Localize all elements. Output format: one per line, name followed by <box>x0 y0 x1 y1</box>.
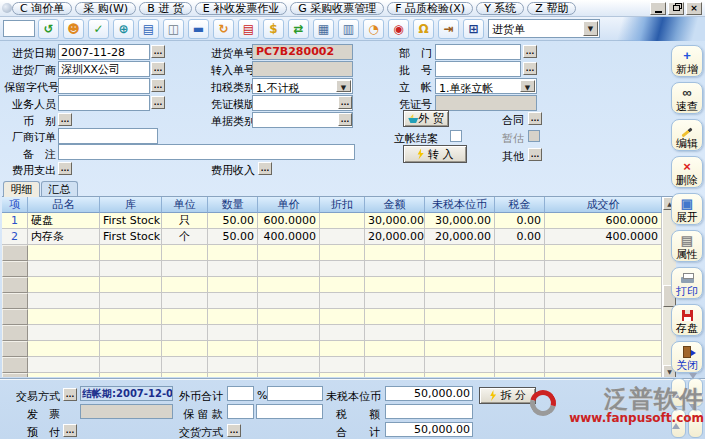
vendor-order-label: 厂商订单 <box>4 130 56 145</box>
batch-no-browse-button[interactable]: … <box>523 62 537 75</box>
remark-input[interactable] <box>58 144 355 160</box>
voucher-template-browse-button[interactable]: … <box>338 96 352 109</box>
currency-browse-button[interactable]: … <box>58 113 72 126</box>
reserved-code-browse-button[interactable]: … <box>151 79 165 92</box>
col-header-stock[interactable]: 库 <box>100 197 162 213</box>
purchase-date-label: 进货日期 <box>4 46 56 61</box>
monitor-button[interactable]: ▬ <box>188 19 209 39</box>
contract-label: 合同 <box>496 113 524 128</box>
close-button[interactable]: × <box>686 2 702 15</box>
refresh-button[interactable]: ↺ <box>38 19 59 39</box>
globe-edit-button[interactable]: ⊕ <box>113 19 134 39</box>
other-browse-button[interactable]: … <box>528 148 542 161</box>
menu-tab-help[interactable]: Z 帮助 <box>527 2 576 15</box>
col-header-name[interactable]: 品名 <box>28 197 100 213</box>
book-button[interactable]: ◫ <box>163 19 184 39</box>
sync-button[interactable]: ↻ <box>213 19 234 39</box>
dropdown-arrow-icon[interactable]: ▼ <box>583 21 598 36</box>
transfer-in-button[interactable]: 转 入 <box>403 145 467 163</box>
menu-tab-invoice-supplement[interactable]: E 补收发票作业 <box>195 2 287 15</box>
trade-method-browse-button[interactable]: … <box>63 388 77 401</box>
foreign-rate-input[interactable] <box>227 386 254 401</box>
id-card-button[interactable]: ▤ <box>138 19 159 39</box>
menu-tab-inquiry[interactable]: C 询价单 <box>12 2 72 15</box>
properties-button[interactable]: ▤ 属性 <box>671 230 703 262</box>
transfer-button[interactable]: ⇄ <box>288 19 309 39</box>
contract-browse-button[interactable]: … <box>528 112 542 125</box>
delivery-browse-button[interactable]: … <box>227 424 241 437</box>
pie-refresh-button[interactable]: ◔ <box>363 19 384 39</box>
expand-button[interactable]: ▣ 展开 <box>671 193 703 225</box>
print-doc-button[interactable]: ▤ <box>238 19 259 39</box>
table-row[interactable]: 1硬盘 First Stock只 50.00600.0000 30,000.00… <box>2 213 662 229</box>
dropdown-arrow-icon[interactable]: ▼ <box>520 80 535 92</box>
expense-in-browse-button[interactable]: … <box>258 162 272 175</box>
doc-category-browse-button[interactable]: … <box>338 113 352 126</box>
department-browse-button[interactable]: … <box>523 45 537 58</box>
foreign-total-input[interactable] <box>267 386 323 401</box>
col-header-untaxed[interactable]: 未税本位币 <box>425 197 495 213</box>
dropdown-arrow-icon[interactable]: ▼ <box>336 80 351 92</box>
quick-code-input[interactable] <box>3 20 35 37</box>
globe-edit-icon: ⊕ <box>116 20 131 38</box>
tax-type-dropdown[interactable]: 1.不计税 ▼ <box>252 78 353 94</box>
col-header-no[interactable]: 项 <box>2 197 28 213</box>
prepay-browse-button[interactable]: … <box>63 424 77 437</box>
col-header-qty[interactable]: 数量 <box>208 197 258 213</box>
col-header-price[interactable]: 单价 <box>258 197 320 213</box>
salesperson-input[interactable] <box>58 95 150 111</box>
vendor-order-input[interactable] <box>58 128 158 144</box>
save-button[interactable]: 存盘 <box>671 304 703 336</box>
retention-amount-input[interactable] <box>256 404 323 419</box>
chart-button[interactable]: ◉ <box>388 19 409 39</box>
col-header-unit[interactable]: 单位 <box>162 197 208 213</box>
minimize-button[interactable] <box>650 2 666 15</box>
foreign-trade-button[interactable]: 外 贸 <box>403 110 449 127</box>
menu-tab-purchase[interactable]: 采 购(W) <box>75 2 136 15</box>
supplier-input[interactable] <box>58 61 150 77</box>
menu-tab-receiving[interactable]: B 进 货 <box>139 2 192 15</box>
col-header-discount[interactable]: 折扣 <box>320 197 365 213</box>
purchase-date-input[interactable] <box>58 44 150 60</box>
reserved-code-input[interactable] <box>58 78 150 94</box>
table-row[interactable]: 2内存条 First Stock个 50.00400.0000 20,000.0… <box>2 229 662 245</box>
voucher-template-label: 凭证模版 <box>205 97 255 112</box>
doc-type-dropdown[interactable]: 进货单 ▼ <box>488 19 600 38</box>
menu-tab-invoice-mgmt[interactable]: G 采购收票管理 <box>290 2 384 15</box>
menu-tab-quality[interactable]: F 品质检验(X) <box>387 2 473 15</box>
expense-out-browse-button[interactable]: … <box>58 162 72 175</box>
window-button[interactable]: ⊞ <box>463 19 484 39</box>
menu-tab-system[interactable]: Y 系统 <box>476 2 524 15</box>
restore-button[interactable] <box>668 2 684 15</box>
grand-total-label: 合 计 <box>326 425 380 439</box>
salesperson-browse-button[interactable]: … <box>151 96 165 109</box>
delete-button[interactable]: × 删除 <box>671 156 703 188</box>
close-window-button[interactable]: 关闭 <box>671 341 703 373</box>
batch-no-input[interactable] <box>435 61 521 77</box>
alert-button[interactable]: Ω <box>413 19 434 39</box>
supplier-browse-button[interactable]: … <box>151 62 165 75</box>
user-button[interactable]: ☻ <box>63 19 84 39</box>
col-header-amount[interactable]: 金额 <box>365 197 425 213</box>
tab-detail[interactable]: 明细 <box>3 181 40 197</box>
col-header-tax[interactable]: 税金 <box>495 197 545 213</box>
purchase-date-browse-button[interactable]: … <box>151 45 165 58</box>
add-button[interactable]: + 新增 <box>671 45 703 77</box>
print-button[interactable]: 打印 <box>671 267 703 299</box>
exit-button[interactable]: ⇥ <box>438 19 459 39</box>
tab-summary[interactable]: 汇总 <box>41 181 78 197</box>
binoculars-icon: ∞ <box>672 86 702 100</box>
edit-button[interactable]: 编辑 <box>671 119 703 151</box>
retention-rate-input[interactable] <box>227 404 254 419</box>
clipboard-button[interactable]: ▥ <box>338 19 359 39</box>
posting-dropdown[interactable]: 1.单张立帐 ▼ <box>435 78 537 94</box>
toolbar: ↺ ☻ ✓ ⊕ ▤ ◫ ▬ ↻ ▤ $ ⇄ ▦ ▥ ◔ ◉ Ω ⇥ ⊞ 进货单 … <box>0 17 705 41</box>
posting-close-checkbox[interactable] <box>450 130 462 142</box>
department-input[interactable] <box>435 44 521 60</box>
approve-button[interactable]: ✓ <box>88 19 109 39</box>
col-header-deal-price[interactable]: 成交价 <box>545 197 662 213</box>
quick-search-button[interactable]: ∞ 速查 <box>671 82 703 114</box>
calculator-button[interactable]: ▦ <box>313 19 334 39</box>
tax-type-label: 扣税类别 <box>205 80 255 95</box>
money-button[interactable]: $ <box>263 19 284 39</box>
